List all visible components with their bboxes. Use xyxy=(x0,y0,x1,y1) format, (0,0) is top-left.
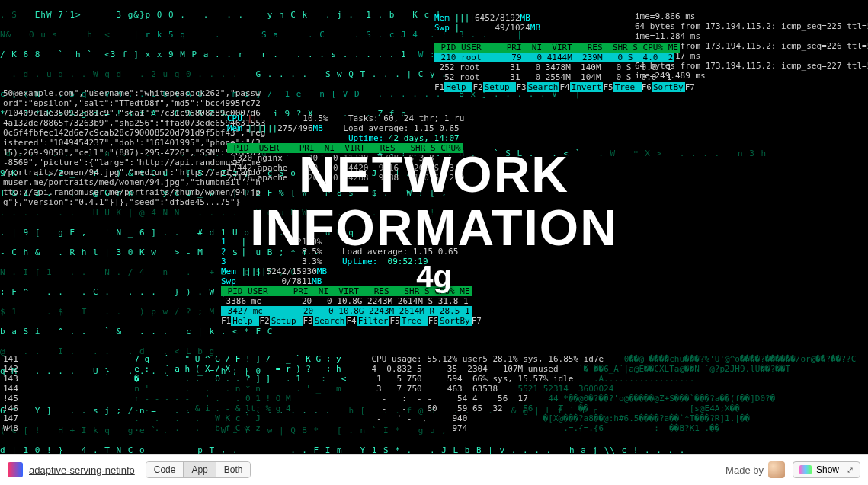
bottom-log: 141 7 q ` " U ^ G / F ! ] / _ ` K G ; y … xyxy=(3,344,865,443)
htop-header: PID USER PRI NI VIRT RES SHR S CPU% ME xyxy=(434,43,680,53)
expand-icon: ⤢ xyxy=(847,465,854,475)
htop-row: 252 root 31 0 3478M 140M 0 S 0.0 1 xyxy=(434,62,671,72)
glitch-logo-icon xyxy=(8,462,23,477)
app-stage: . S EhW 7`1> 3 g&}p 0 0 . . . . y h C k … xyxy=(0,0,868,454)
htop-panel-2: CPU[|| 10.5%] Tasks: 60, 24 thr; 1 ru Me… xyxy=(227,104,464,193)
htop-row: 52 root 31 0 2554M 104M 0 S 0.0 1 xyxy=(434,72,671,82)
show-button[interactable]: Show ⤢ xyxy=(793,461,860,478)
htop-panel-1: Mem[||||6452/8192MB] Swp[| 49/1024MB] PI… xyxy=(434,3,695,102)
glitch-icon xyxy=(799,465,812,474)
made-by-label: Made by xyxy=(725,464,764,476)
htop-panel-3: 1 [| 21.0%] 2 [| 8.5%] Load average: 1.1… xyxy=(221,227,482,336)
footer-bar: adaptive-serving-netinfo Code App Both M… xyxy=(0,454,868,485)
project-link[interactable]: adaptive-serving-netinfo xyxy=(29,464,135,476)
htop-row-selected: 210 root 79 0 4144M 239M 0 S 4.0 2 xyxy=(434,53,674,62)
tab-code[interactable]: Code xyxy=(146,462,184,477)
json-output: 50@example.com","username":"whitepeacock… xyxy=(3,88,232,207)
tab-both[interactable]: Both xyxy=(216,462,251,477)
show-button-label: Show xyxy=(816,464,839,475)
tab-app[interactable]: App xyxy=(183,462,215,477)
view-mode-segmented: Code App Both xyxy=(146,461,251,478)
author-avatar[interactable] xyxy=(768,461,785,478)
